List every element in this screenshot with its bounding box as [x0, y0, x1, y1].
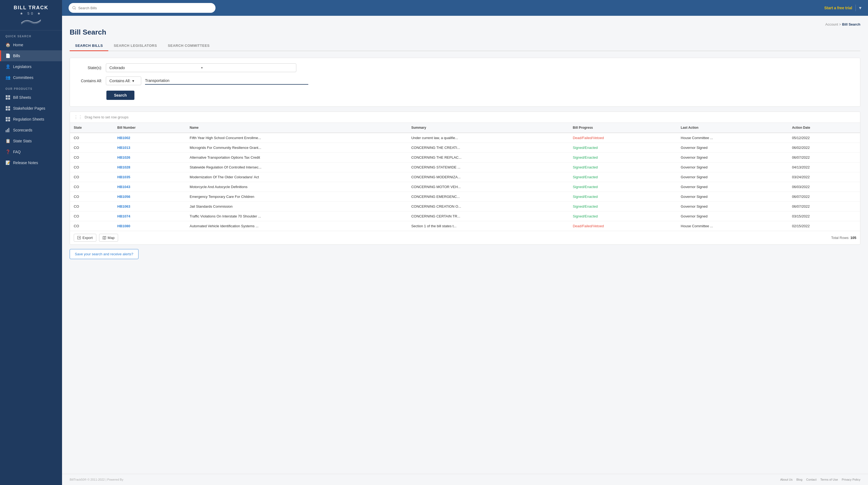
bill-link-8[interactable]: HB1074	[117, 214, 130, 218]
save-alert-button[interactable]: Save your search and receive alerts?	[70, 249, 138, 259]
sidebar-item-legislators-label: Legislators	[13, 64, 32, 69]
cell-last-action-5: Governor Signed	[677, 182, 788, 192]
sidebar-item-faq[interactable]: ❓ FAQ	[0, 146, 62, 157]
topbar-divider	[856, 5, 856, 11]
contains-input[interactable]	[145, 77, 308, 85]
cell-name-4: Modernization Of The Older Coloradans' A…	[186, 172, 407, 182]
sidebar-item-release-notes[interactable]: 📝 Release Notes	[0, 157, 62, 168]
cell-bill-number-1[interactable]: HB1013	[114, 143, 186, 153]
cell-action-date-9: 02/15/2022	[788, 221, 860, 231]
topbar: Start a free trial ▾	[62, 0, 868, 16]
cell-bill-number-6[interactable]: HB1056	[114, 192, 186, 202]
cell-bill-number-3[interactable]: HB1028	[114, 162, 186, 172]
sidebar-logo: BILL TRACK ★ 50 ★	[0, 0, 62, 30]
svg-rect-14	[8, 128, 9, 132]
cell-state-8: CO	[70, 211, 114, 221]
sidebar-item-home[interactable]: 🏠 Home	[0, 39, 62, 50]
cell-progress-6: Signed/Enacted	[569, 192, 677, 202]
cell-progress-3: Signed/Enacted	[569, 162, 677, 172]
contains-dropdown-chevron-icon: ▾	[132, 79, 134, 83]
cell-state-9: CO	[70, 221, 114, 231]
cell-summary-2: CONCERNING THE REPLAC...	[407, 153, 569, 162]
home-icon: 🏠	[5, 42, 10, 48]
bill-link-4[interactable]: HB1035	[117, 175, 130, 179]
bill-link-7[interactable]: HB1063	[117, 204, 130, 209]
topbar-right: Start a free trial ▾	[824, 5, 862, 11]
contains-dropdown[interactable]: Contains All: ▾	[106, 77, 141, 85]
cell-state-4: CO	[70, 172, 114, 182]
cell-summary-9: Section 1 of the bill states t...	[407, 221, 569, 231]
cell-summary-1: CONCERNING THE CREATI...	[407, 143, 569, 153]
bill-link-9[interactable]: HB1080	[117, 224, 130, 228]
export-button[interactable]: Export	[74, 234, 96, 242]
footer-blog[interactable]: Blog	[797, 478, 802, 481]
tab-search-legislators[interactable]: SEARCH LEGISLATORS	[108, 41, 162, 51]
legislators-icon: 👤	[5, 64, 10, 69]
results-table-container: ⋮⋮ Drag here to set row groups State Bil…	[70, 112, 860, 245]
free-trial-link[interactable]: Start a free trial	[824, 6, 852, 10]
breadcrumb-account[interactable]: Account	[825, 22, 838, 26]
sidebar-item-release-notes-label: Release Notes	[13, 160, 38, 165]
footer-contact[interactable]: Contact	[806, 478, 816, 481]
search-button[interactable]: Search	[106, 91, 134, 100]
search-form: State(s): Colorado ▾ Contains All: Conta…	[70, 58, 860, 107]
table-row: CO HB1056 Emergency Temporary Care For C…	[70, 192, 860, 202]
bill-link-1[interactable]: HB1013	[117, 146, 130, 150]
sidebar-item-legislators[interactable]: 👤 Legislators	[0, 61, 62, 72]
cell-name-0: Fifth Year High School Concurrent Enroll…	[186, 133, 407, 143]
cell-bill-number-8[interactable]: HB1074	[114, 211, 186, 221]
sidebar-item-state-stats[interactable]: 📋 State Stats	[0, 135, 62, 146]
cell-action-date-2: 06/07/2022	[788, 153, 860, 162]
sidebar-item-regulation-sheets[interactable]: Regulation Sheets	[0, 114, 62, 125]
cell-progress-5: Signed/Enacted	[569, 182, 677, 192]
bill-link-3[interactable]: HB1028	[117, 165, 130, 169]
cell-bill-number-7[interactable]: HB1063	[114, 202, 186, 211]
cell-bill-number-5[interactable]: HB1043	[114, 182, 186, 192]
svg-rect-3	[8, 98, 10, 100]
cell-summary-5: CONCERNING MOTOR VEH...	[407, 182, 569, 192]
footer-terms[interactable]: Terms of Use	[820, 478, 838, 481]
footer-about[interactable]: About Us	[780, 478, 793, 481]
cell-progress-4: Signed/Enacted	[569, 172, 677, 182]
cell-bill-number-2[interactable]: HB1026	[114, 153, 186, 162]
col-bill-number: Bill Number	[114, 123, 186, 133]
svg-rect-5	[8, 106, 10, 108]
bill-link-5[interactable]: HB1043	[117, 185, 130, 189]
cell-state-0: CO	[70, 133, 114, 143]
page-title: Bill Search	[70, 28, 860, 36]
topbar-chevron-icon[interactable]: ▾	[859, 5, 862, 11]
cell-bill-number-0[interactable]: HB1002	[114, 133, 186, 143]
cell-name-9: Automated Vehicle Identification Systems…	[186, 221, 407, 231]
sidebar-item-committees[interactable]: 👥 Committees	[0, 72, 62, 83]
col-last-action: Last Action	[677, 123, 788, 133]
tab-search-bills[interactable]: SEARCH BILLS	[70, 41, 108, 51]
cell-action-date-6: 06/07/2022	[788, 192, 860, 202]
svg-marker-19	[103, 236, 106, 240]
sidebar-item-scorecards[interactable]: Scorecards	[0, 125, 62, 135]
cell-bill-number-9[interactable]: HB1080	[114, 221, 186, 231]
cell-summary-8: CONCERNING CERTAIN TR...	[407, 211, 569, 221]
sidebar-item-bills[interactable]: 📄 Bills	[0, 50, 62, 61]
map-button[interactable]: Map	[99, 234, 118, 242]
page-footer: BillTrack50® © 2011-2022 | Powered By Ab…	[62, 474, 868, 485]
cell-summary-3: CONCERNING STATEWIDE ...	[407, 162, 569, 172]
global-search-input[interactable]	[78, 6, 212, 10]
cell-state-7: CO	[70, 202, 114, 211]
sidebar-item-bill-sheets-label: Bill Sheets	[13, 95, 31, 100]
sidebar-item-stakeholder[interactable]: Stakeholder Pages	[0, 103, 62, 114]
stakeholder-icon	[5, 106, 10, 111]
state-select[interactable]: Colorado ▾	[106, 63, 296, 72]
state-chevron-icon: ▾	[201, 66, 293, 70]
global-search-box[interactable]	[68, 3, 216, 13]
sidebar-item-bill-sheets[interactable]: Bill Sheets	[0, 92, 62, 103]
cell-bill-number-4[interactable]: HB1035	[114, 172, 186, 182]
cell-progress-9: Dead/Failed/Vetoed	[569, 221, 677, 231]
svg-line-16	[75, 9, 76, 9]
bill-link-0[interactable]: HB1002	[117, 136, 130, 140]
table-header: State Bill Number Name Summary Bill Prog…	[70, 123, 860, 133]
bill-link-2[interactable]: HB1026	[117, 155, 130, 159]
results-table: State Bill Number Name Summary Bill Prog…	[70, 123, 860, 231]
footer-privacy[interactable]: Privacy Policy	[842, 478, 860, 481]
bill-link-6[interactable]: HB1056	[117, 194, 130, 199]
tab-search-committees[interactable]: SEARCH COMMITTEES	[162, 41, 215, 51]
